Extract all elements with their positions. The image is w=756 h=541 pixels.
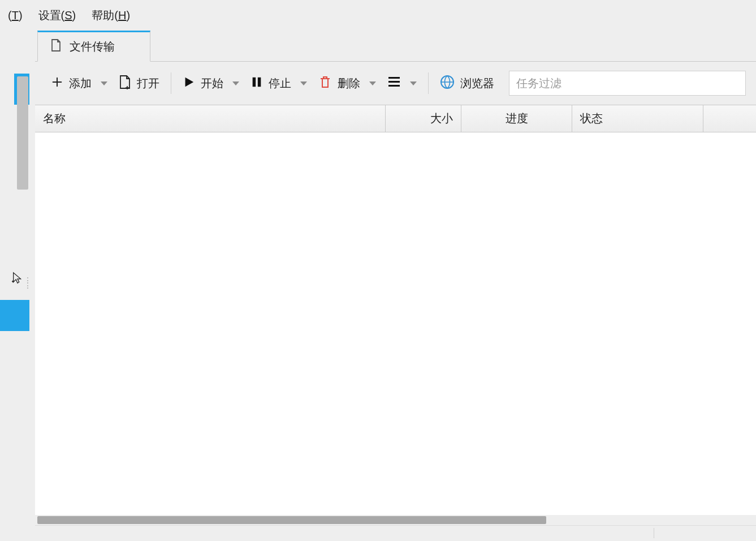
chevron-down-icon bbox=[101, 81, 107, 85]
menu-tools-label: (T) bbox=[8, 9, 23, 22]
browser-button[interactable]: 浏览器 bbox=[434, 71, 500, 96]
column-name[interactable]: 名称 bbox=[35, 105, 386, 132]
svg-rect-2 bbox=[388, 77, 400, 79]
menu-help-label: 帮助(H) bbox=[92, 9, 130, 22]
chevron-down-icon bbox=[232, 81, 239, 85]
sidebar bbox=[0, 31, 29, 541]
column-size-label: 大小 bbox=[430, 111, 453, 126]
menu-dropdown[interactable] bbox=[407, 71, 422, 96]
stop-label: 停止 bbox=[269, 76, 291, 91]
tab-strip: 文件传输 bbox=[35, 31, 756, 62]
column-name-label: 名称 bbox=[43, 111, 66, 126]
chevron-down-icon bbox=[369, 81, 376, 85]
chevron-down-icon bbox=[300, 81, 307, 85]
transfer-table: 名称 大小 进度 状态 bbox=[35, 105, 756, 515]
plus-icon bbox=[51, 76, 63, 91]
column-extra[interactable] bbox=[703, 105, 756, 132]
filter-input[interactable] bbox=[516, 77, 738, 90]
status-bar bbox=[35, 525, 756, 541]
stop-button[interactable]: 停止 bbox=[245, 71, 313, 96]
filter-box[interactable] bbox=[509, 71, 746, 96]
file-add-icon bbox=[119, 75, 131, 92]
column-status[interactable]: 状态 bbox=[572, 105, 703, 132]
table-header: 名称 大小 进度 状态 bbox=[35, 105, 756, 132]
file-icon bbox=[50, 38, 62, 55]
menu-settings[interactable]: 设置(S) bbox=[31, 5, 84, 27]
sidebar-scrollbar[interactable] bbox=[17, 76, 28, 190]
sidebar-tab-active-2[interactable] bbox=[0, 300, 29, 331]
column-size[interactable]: 大小 bbox=[386, 105, 461, 132]
start-button[interactable]: 开始 bbox=[177, 71, 245, 96]
open-button[interactable]: 打开 bbox=[113, 71, 165, 96]
toolbar-separator bbox=[171, 72, 171, 94]
menu-bar: (T) 设置(S) 帮助(H) bbox=[0, 0, 756, 31]
toolbar-separator bbox=[428, 72, 429, 94]
delete-button[interactable]: 删除 bbox=[313, 71, 382, 96]
column-status-label: 状态 bbox=[580, 111, 603, 126]
menu-help[interactable]: 帮助(H) bbox=[84, 5, 138, 27]
sidebar-drag-handle[interactable] bbox=[26, 277, 29, 289]
chevron-down-icon bbox=[410, 81, 417, 85]
browser-label: 浏览器 bbox=[460, 76, 494, 91]
main-area: 文件传输 添加 打开 bbox=[0, 31, 756, 541]
menu-settings-label: 设置(S) bbox=[38, 9, 76, 22]
open-label: 打开 bbox=[137, 76, 159, 91]
content-column: 文件传输 添加 打开 bbox=[29, 31, 756, 541]
column-progress-label: 进度 bbox=[506, 111, 528, 126]
scrollbar-thumb[interactable] bbox=[37, 516, 546, 524]
menu-button[interactable] bbox=[382, 71, 407, 96]
svg-rect-3 bbox=[388, 81, 400, 83]
horizontal-scrollbar[interactable] bbox=[35, 515, 756, 525]
add-button[interactable]: 添加 bbox=[45, 71, 113, 96]
tab-label: 文件传输 bbox=[70, 39, 115, 54]
table-body-empty bbox=[35, 132, 756, 515]
pause-icon bbox=[250, 76, 263, 91]
delete-label: 删除 bbox=[338, 76, 360, 91]
tab-file-transfer[interactable]: 文件传输 bbox=[37, 31, 150, 62]
svg-rect-4 bbox=[388, 85, 400, 87]
add-label: 添加 bbox=[69, 76, 92, 91]
toolbar: 添加 打开 开始 bbox=[35, 62, 756, 105]
svg-rect-0 bbox=[253, 77, 256, 87]
globe-icon bbox=[440, 75, 455, 92]
trash-icon bbox=[318, 75, 332, 92]
column-progress[interactable]: 进度 bbox=[461, 105, 572, 132]
menu-tools[interactable]: (T) bbox=[0, 6, 31, 25]
hamburger-icon bbox=[387, 76, 401, 91]
cursor-add-icon bbox=[11, 272, 24, 287]
svg-rect-1 bbox=[258, 77, 261, 87]
start-label: 开始 bbox=[201, 76, 223, 91]
play-icon bbox=[183, 76, 195, 91]
